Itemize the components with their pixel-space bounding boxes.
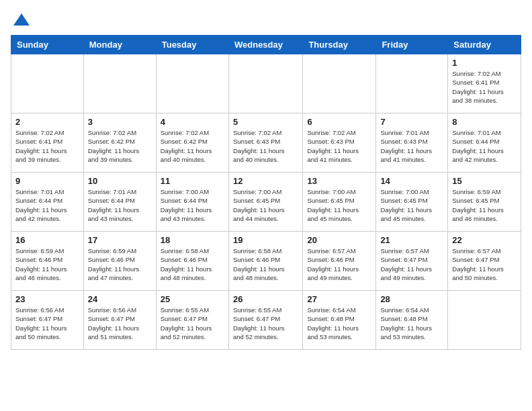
day-number: 18 xyxy=(161,235,224,245)
day-cell-17: 17Sunrise: 6:59 AM Sunset: 6:46 PM Dayli… xyxy=(83,232,156,291)
day-cell-23: 23Sunrise: 6:56 AM Sunset: 6:47 PM Dayli… xyxy=(11,291,84,350)
day-number: 16 xyxy=(15,235,79,245)
day-number: 19 xyxy=(233,235,298,245)
day-info: Sunrise: 7:02 AM Sunset: 6:41 PM Dayligh… xyxy=(15,128,79,164)
weekday-header-monday: Monday xyxy=(83,36,156,54)
day-number: 24 xyxy=(88,294,152,304)
day-info: Sunrise: 6:57 AM Sunset: 6:47 PM Dayligh… xyxy=(452,246,517,282)
empty-cell xyxy=(83,54,156,113)
weekday-header-saturday: Saturday xyxy=(448,36,521,54)
day-info: Sunrise: 6:58 AM Sunset: 6:46 PM Dayligh… xyxy=(161,246,224,282)
weekday-header-row: SundayMondayTuesdayWednesdayThursdayFrid… xyxy=(11,36,521,54)
day-cell-18: 18Sunrise: 6:58 AM Sunset: 6:46 PM Dayli… xyxy=(156,232,228,291)
page-header xyxy=(11,11,521,27)
day-number: 1 xyxy=(452,58,517,68)
day-info: Sunrise: 7:00 AM Sunset: 6:45 PM Dayligh… xyxy=(233,187,298,223)
day-info: Sunrise: 6:56 AM Sunset: 6:47 PM Dayligh… xyxy=(88,306,152,341)
day-info: Sunrise: 7:01 AM Sunset: 6:43 PM Dayligh… xyxy=(380,128,443,164)
day-info: Sunrise: 6:55 AM Sunset: 6:47 PM Dayligh… xyxy=(161,306,224,341)
day-info: Sunrise: 6:54 AM Sunset: 6:48 PM Dayligh… xyxy=(380,306,443,341)
day-info: Sunrise: 6:55 AM Sunset: 6:47 PM Dayligh… xyxy=(233,306,298,341)
day-number: 5 xyxy=(233,117,298,127)
day-cell-9: 9Sunrise: 7:01 AM Sunset: 6:44 PM Daylig… xyxy=(11,173,84,232)
calendar-table: SundayMondayTuesdayWednesdayThursdayFrid… xyxy=(11,35,521,350)
day-info: Sunrise: 6:59 AM Sunset: 6:45 PM Dayligh… xyxy=(452,187,517,223)
day-cell-28: 28Sunrise: 6:54 AM Sunset: 6:48 PM Dayli… xyxy=(376,291,448,350)
day-cell-5: 5Sunrise: 7:02 AM Sunset: 6:43 PM Daylig… xyxy=(228,113,302,173)
day-number: 8 xyxy=(452,117,517,127)
week-row-5: 23Sunrise: 6:56 AM Sunset: 6:47 PM Dayli… xyxy=(11,291,521,350)
day-number: 23 xyxy=(15,294,79,304)
weekday-header-thursday: Thursday xyxy=(303,36,376,54)
day-info: Sunrise: 6:58 AM Sunset: 6:46 PM Dayligh… xyxy=(233,246,298,282)
week-row-3: 9Sunrise: 7:01 AM Sunset: 6:44 PM Daylig… xyxy=(11,173,521,232)
day-number: 26 xyxy=(233,294,298,304)
weekday-header-wednesday: Wednesday xyxy=(228,36,302,54)
day-info: Sunrise: 6:56 AM Sunset: 6:47 PM Dayligh… xyxy=(15,306,79,341)
week-row-1: 1Sunrise: 7:02 AM Sunset: 6:41 PM Daylig… xyxy=(11,54,521,113)
day-number: 21 xyxy=(380,235,443,245)
empty-cell xyxy=(156,54,228,113)
weekday-header-friday: Friday xyxy=(376,36,448,54)
empty-cell xyxy=(376,54,448,113)
day-number: 22 xyxy=(452,235,517,245)
day-info: Sunrise: 7:02 AM Sunset: 6:41 PM Dayligh… xyxy=(452,69,517,105)
day-cell-3: 3Sunrise: 7:02 AM Sunset: 6:42 PM Daylig… xyxy=(83,113,156,173)
day-cell-25: 25Sunrise: 6:55 AM Sunset: 6:47 PM Dayli… xyxy=(156,291,228,350)
day-info: Sunrise: 7:02 AM Sunset: 6:43 PM Dayligh… xyxy=(307,128,371,164)
weekday-header-sunday: Sunday xyxy=(11,36,84,54)
day-number: 6 xyxy=(307,117,371,127)
day-number: 17 xyxy=(88,235,152,245)
day-cell-13: 13Sunrise: 7:00 AM Sunset: 6:45 PM Dayli… xyxy=(303,173,376,232)
day-number: 25 xyxy=(161,294,224,304)
day-cell-22: 22Sunrise: 6:57 AM Sunset: 6:47 PM Dayli… xyxy=(448,232,521,291)
day-number: 7 xyxy=(380,117,443,127)
day-cell-7: 7Sunrise: 7:01 AM Sunset: 6:43 PM Daylig… xyxy=(376,113,448,173)
day-cell-1: 1Sunrise: 7:02 AM Sunset: 6:41 PM Daylig… xyxy=(448,54,521,113)
empty-cell xyxy=(11,54,84,113)
day-number: 11 xyxy=(161,176,224,186)
day-number: 12 xyxy=(233,176,298,186)
day-info: Sunrise: 7:02 AM Sunset: 6:43 PM Dayligh… xyxy=(233,128,298,164)
day-number: 4 xyxy=(161,117,224,127)
day-number: 20 xyxy=(307,235,371,245)
day-cell-26: 26Sunrise: 6:55 AM Sunset: 6:47 PM Dayli… xyxy=(228,291,302,350)
day-cell-27: 27Sunrise: 6:54 AM Sunset: 6:48 PM Dayli… xyxy=(303,291,376,350)
weekday-header-tuesday: Tuesday xyxy=(156,36,228,54)
day-cell-2: 2Sunrise: 7:02 AM Sunset: 6:41 PM Daylig… xyxy=(11,113,84,173)
day-number: 13 xyxy=(307,176,371,186)
empty-cell xyxy=(448,291,521,350)
day-info: Sunrise: 6:59 AM Sunset: 6:46 PM Dayligh… xyxy=(15,246,79,282)
day-cell-15: 15Sunrise: 6:59 AM Sunset: 6:45 PM Dayli… xyxy=(448,173,521,232)
week-row-2: 2Sunrise: 7:02 AM Sunset: 6:41 PM Daylig… xyxy=(11,113,521,173)
day-info: Sunrise: 7:01 AM Sunset: 6:44 PM Dayligh… xyxy=(15,187,79,223)
day-info: Sunrise: 7:01 AM Sunset: 6:44 PM Dayligh… xyxy=(452,128,517,164)
day-cell-21: 21Sunrise: 6:57 AM Sunset: 6:47 PM Dayli… xyxy=(376,232,448,291)
empty-cell xyxy=(303,54,376,113)
day-info: Sunrise: 6:57 AM Sunset: 6:47 PM Dayligh… xyxy=(380,246,443,282)
day-info: Sunrise: 7:02 AM Sunset: 6:42 PM Dayligh… xyxy=(161,128,224,164)
day-cell-11: 11Sunrise: 7:00 AM Sunset: 6:44 PM Dayli… xyxy=(156,173,228,232)
day-number: 28 xyxy=(380,294,443,304)
day-number: 27 xyxy=(307,294,371,304)
logo xyxy=(11,11,31,27)
day-info: Sunrise: 7:01 AM Sunset: 6:44 PM Dayligh… xyxy=(88,187,152,223)
day-cell-20: 20Sunrise: 6:57 AM Sunset: 6:46 PM Dayli… xyxy=(303,232,376,291)
day-cell-24: 24Sunrise: 6:56 AM Sunset: 6:47 PM Dayli… xyxy=(83,291,156,350)
logo-triangle-icon xyxy=(12,11,31,30)
day-cell-12: 12Sunrise: 7:00 AM Sunset: 6:45 PM Dayli… xyxy=(228,173,302,232)
day-info: Sunrise: 6:57 AM Sunset: 6:46 PM Dayligh… xyxy=(307,246,371,282)
day-cell-19: 19Sunrise: 6:58 AM Sunset: 6:46 PM Dayli… xyxy=(228,232,302,291)
day-cell-8: 8Sunrise: 7:01 AM Sunset: 6:44 PM Daylig… xyxy=(448,113,521,173)
svg-marker-0 xyxy=(13,13,30,26)
day-info: Sunrise: 7:00 AM Sunset: 6:45 PM Dayligh… xyxy=(307,187,371,223)
day-info: Sunrise: 6:54 AM Sunset: 6:48 PM Dayligh… xyxy=(307,306,371,341)
day-number: 2 xyxy=(15,117,79,127)
day-number: 15 xyxy=(452,176,517,186)
day-number: 10 xyxy=(88,176,152,186)
day-cell-10: 10Sunrise: 7:01 AM Sunset: 6:44 PM Dayli… xyxy=(83,173,156,232)
day-cell-16: 16Sunrise: 6:59 AM Sunset: 6:46 PM Dayli… xyxy=(11,232,84,291)
day-number: 3 xyxy=(88,117,152,127)
day-info: Sunrise: 7:00 AM Sunset: 6:44 PM Dayligh… xyxy=(161,187,224,223)
empty-cell xyxy=(228,54,302,113)
